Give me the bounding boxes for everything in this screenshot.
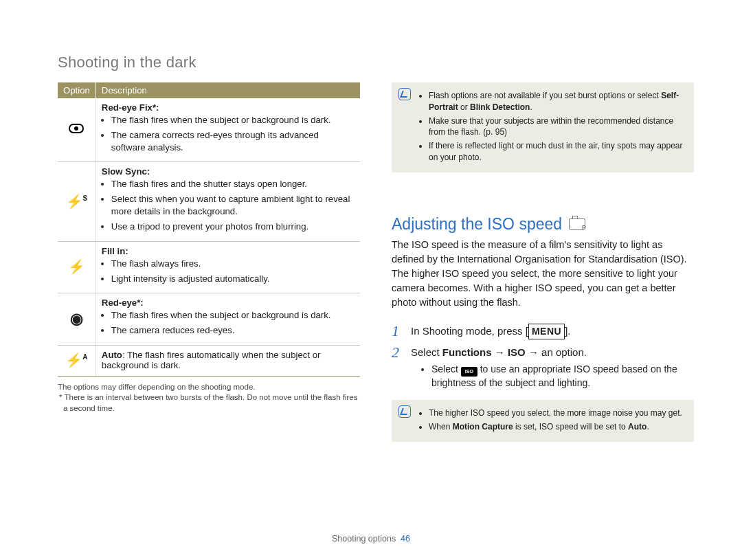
- option-title: Red-eye Fix*:: [102, 102, 159, 113]
- option-bullet: The flash fires when the subject or back…: [111, 309, 355, 322]
- option-title: Auto: [102, 350, 122, 360]
- auto-flash-icon: ⚡A: [65, 352, 87, 368]
- option-bullet: The camera reduces red-eyes.: [111, 324, 355, 337]
- th-description: Description: [95, 82, 360, 98]
- option-bullet: Use a tripod to prevent your photos from…: [111, 221, 355, 233]
- note-icon: [398, 405, 411, 418]
- option-title: Slow Sync:: [102, 166, 150, 177]
- red-eye-fix-icon: [69, 124, 84, 133]
- fill-in-icon: ⚡: [68, 258, 85, 275]
- footnotes: The options may differ depending on the …: [58, 382, 360, 414]
- option-title: Fill in:: [102, 246, 128, 256]
- footnote-line: * There is an interval between two burst…: [58, 392, 360, 414]
- option-inline: : The flash fires automatically when the…: [102, 350, 321, 370]
- option-bullet: Select this when you want to capture amb…: [111, 193, 355, 218]
- note-bullet: If there is reflected light or much dust…: [429, 140, 686, 164]
- section-body: The ISO speed is the measure of a film's…: [392, 238, 694, 310]
- slow-sync-icon: ⚡S: [66, 193, 88, 210]
- step: 1 In Shooting mode, press [MENU].: [392, 324, 694, 339]
- note-box: The higher ISO speed you select, the mor…: [392, 400, 694, 442]
- iso-auto-icon: [461, 367, 477, 377]
- table-row: ⚡S Slow Sync: The flash fires and the sh…: [58, 162, 360, 241]
- step: 2 Select Functions → ISO → an option. Se…: [392, 345, 694, 390]
- steps-list: 1 In Shooting mode, press [MENU]. 2 Sele…: [392, 324, 694, 390]
- table-row: ◉ Red-eye*: The flash fires when the sub…: [58, 293, 360, 346]
- option-bullet: The flash always fires.: [111, 258, 355, 270]
- camera-mode-icon: [569, 218, 585, 230]
- footer-label: Shooting options: [332, 534, 396, 544]
- table-row: ⚡ Fill in: The flash always fires. Light…: [58, 241, 360, 293]
- step-number: 2: [392, 345, 405, 360]
- option-bullet: The camera corrects red-eyes through its…: [111, 129, 355, 154]
- note-bullet: Make sure that your subjects are within …: [429, 115, 686, 139]
- page-footer: Shooting options 46: [0, 534, 742, 544]
- right-column: Flash options are not available if you s…: [392, 82, 694, 442]
- option-bullet: Light intensity is adjusted automaticall…: [111, 273, 355, 285]
- two-column-layout: Option Description Red-eye Fix*: The fla…: [58, 82, 694, 442]
- option-bullet: The flash fires when the subject or back…: [111, 114, 355, 126]
- note-bullet: When Motion Capture is set, ISO speed wi…: [429, 421, 686, 433]
- table-row: ⚡A Auto: The flash fires automatically w…: [58, 345, 360, 376]
- section-heading: Adjusting the ISO speed: [392, 215, 694, 234]
- step-number: 1: [392, 324, 405, 339]
- option-title: Red-eye*:: [102, 298, 144, 308]
- note-icon: [398, 88, 411, 100]
- th-option: Option: [58, 82, 95, 98]
- left-column: Option Description Red-eye Fix*: The fla…: [58, 82, 360, 442]
- menu-button-label: MENU: [528, 324, 565, 339]
- manual-page: Shooting in the dark Option Description …: [0, 0, 742, 560]
- page-title: Shooting in the dark: [58, 54, 694, 71]
- note-box: Flash options are not available if you s…: [392, 82, 694, 172]
- red-eye-icon: ◉: [70, 311, 83, 326]
- footnote-line: The options may differ depending on the …: [58, 382, 360, 393]
- note-bullet: Flash options are not available if you s…: [429, 90, 686, 113]
- note-bullet: The higher ISO speed you select, the mor…: [429, 407, 686, 419]
- step-sub-bullet: Select to use an appropriate ISO speed b…: [431, 363, 694, 390]
- option-bullet: The flash fires and the shutter stays op…: [111, 178, 355, 190]
- flash-options-table: Option Description Red-eye Fix*: The fla…: [58, 82, 360, 377]
- table-row: Red-eye Fix*: The flash fires when the s…: [58, 98, 360, 162]
- page-number: 46: [401, 534, 410, 544]
